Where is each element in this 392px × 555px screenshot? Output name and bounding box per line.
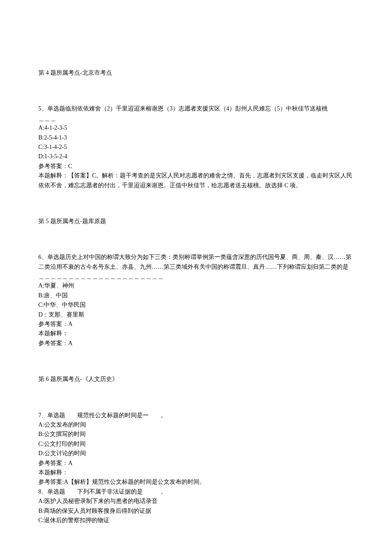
q5-option-b: B:2-5-4-1-3 xyxy=(38,133,354,142)
q5-answer: 参考答案：C xyxy=(38,162,354,171)
q7-stem: 7、单选题 规范性公文标题的时间是一 。 xyxy=(38,411,354,420)
q5-explanation: 本题解释：【答案】C。解析：题干考查的是灾区人民对志愿者的难舍之情。首先，志愿者… xyxy=(38,171,354,190)
q5-topic: 第 5 题所属考点-题库原题 xyxy=(38,217,354,226)
topic-text: 第 6 题所属考点-《人文历史》 xyxy=(38,375,354,384)
q5-stem: 5、单选题临别依依难舍（2）千里迢迢来榕谢恩（3）志愿者支援灾区（4）彭州人民难… xyxy=(38,104,354,113)
question-7: 7、单选题 规范性公文标题的时间是一 。 A:公文发布的时间 B:公文撰写的时间… xyxy=(38,411,354,487)
q6-option-c: C:中华、中华民国 xyxy=(38,300,354,310)
question-5: 5、单选题临别依依难舍（2）千里迢迢来榕谢恩（3）志愿者支援灾区（4）彭州人民难… xyxy=(38,104,354,190)
q7-answer: 参考答案：A xyxy=(38,459,354,468)
topic-text: 第 5 题所属考点-题库原题 xyxy=(38,217,354,226)
q5-blank: ＿＿＿ xyxy=(38,114,354,123)
q6-answer: 参考答案：A xyxy=(38,320,354,329)
q8-option-c: C:退休后的警察扣押的物证 xyxy=(38,516,354,525)
q6-option-b: B:唐、中国 xyxy=(38,291,354,300)
q8-option-a: A:医护人员秘密录制下来的与患者的电话录音 xyxy=(38,497,354,506)
q7-option-b: B:公文撰写的时间 xyxy=(38,430,354,439)
q6-explanation-text: 参考答案：A xyxy=(38,339,354,348)
question-6: 6、单选题历史上对中国的称谓大致分为如下三类：类别称谓举例第一类蕴含深意的历代国… xyxy=(38,253,354,348)
q7-option-c: C:公文打印的时间 xyxy=(38,439,354,449)
q7-explanation-label: 本题解释： xyxy=(38,468,354,477)
q4-topic: 第 4 题所属考点-北京市考点 xyxy=(38,68,354,78)
q5-option-d: D:1-3-5-2-4 xyxy=(38,152,354,161)
q6-option-d: D：支那、赛里斯 xyxy=(38,310,354,320)
q7-option-d: D:公文讨论的时间 xyxy=(38,449,354,458)
topic-text: 第 4 题所属考点-北京市考点 xyxy=(38,68,354,78)
question-8: 8、单选题 下列不属于非法证据的是 。 A:医护人员秘密录制下来的与患者的电话录… xyxy=(38,487,354,526)
q6-blank: ＿＿＿＿＿＿＿＿＿＿＿＿＿＿＿＿＿＿＿＿＿ xyxy=(38,273,164,279)
q6-explanation-label: 本题解释： xyxy=(38,329,354,338)
q8-stem: 8、单选题 下列不属于非法证据的是 。 xyxy=(38,487,354,497)
q8-option-b: B:商场的保安人员对顾客搜身后得到的证据 xyxy=(38,506,354,516)
q6-stem-text: 6、单选题历史上对中国的称谓大致分为如下三类：类别称谓举例第一类蕴含深意的历代国… xyxy=(38,254,352,270)
q6-option-a: A:华夏、神州 xyxy=(38,281,354,291)
q5-option-a: A:4-1-2-3-5 xyxy=(38,123,354,133)
q6-topic: 第 6 题所属考点-《人文历史》 xyxy=(38,375,354,384)
q7-option-a: A:公文发布的时间 xyxy=(38,420,354,430)
q7-explanation-text: 参考答案:A【解析】规范性公文标题的时间是公文发布的时间。 xyxy=(38,477,354,487)
q6-stem: 6、单选题历史上对中国的称谓大致分为如下三类：类别称谓举例第一类蕴含深意的历代国… xyxy=(38,253,354,281)
q5-option-c: C:3-1-4-2-5 xyxy=(38,142,354,152)
